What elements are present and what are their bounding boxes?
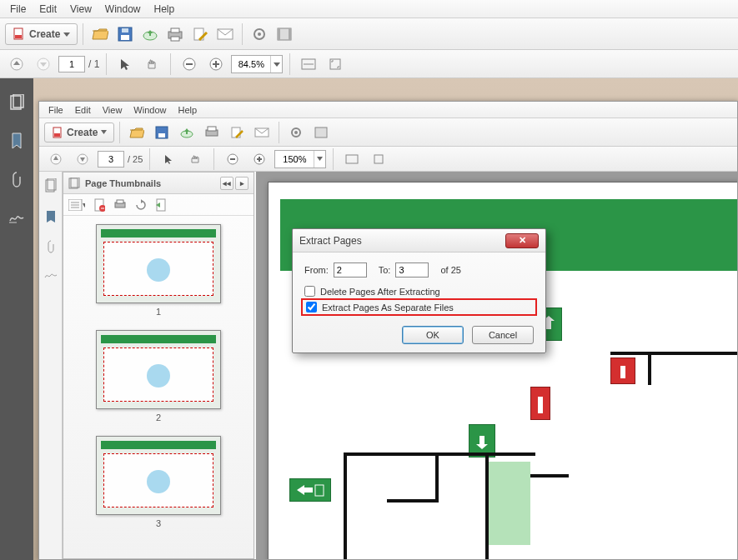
pages-panel-icon[interactable] (8, 93, 26, 112)
of-label: of 25 (440, 265, 460, 275)
menu-help[interactable]: Help (148, 2, 182, 17)
save-button[interactable] (113, 22, 137, 46)
menu-file[interactable]: File (3, 2, 33, 17)
thumbnail-item[interactable]: 3 (96, 436, 221, 528)
inner-attach-tab[interactable] (46, 240, 56, 253)
multimedia-button[interactable] (273, 22, 296, 46)
thumbnail-preview (96, 436, 221, 515)
inner-menu-window[interactable]: Window (128, 104, 172, 116)
hand-icon (145, 58, 158, 71)
select-tool[interactable] (113, 52, 137, 76)
thumbs-collapse-button[interactable]: ◂◂ (220, 177, 233, 190)
inner-open-button[interactable] (125, 121, 148, 144)
page-up-button[interactable] (5, 52, 28, 76)
inner-fit-width-button[interactable] (340, 148, 364, 171)
fire-extinguisher-icon (530, 387, 550, 420)
edit-button[interactable] (188, 22, 212, 46)
svg-point-49 (294, 131, 298, 134)
dialog-titlebar[interactable]: Extract Pages ✕ (293, 229, 545, 252)
settings-button[interactable] (248, 22, 271, 46)
thumbnail-item[interactable]: 1 (96, 224, 221, 317)
signatures-panel-icon[interactable] (8, 208, 26, 227)
menu-edit[interactable]: Edit (33, 2, 63, 17)
floppy-icon (118, 27, 133, 42)
arrow-down-icon (37, 58, 50, 71)
zoom-in-button[interactable] (204, 52, 228, 76)
mail-button[interactable] (213, 22, 237, 46)
inner-sign-tab[interactable] (44, 270, 58, 280)
separate-files-checkbox[interactable] (306, 302, 317, 312)
inner-create-button[interactable]: Create (44, 122, 114, 142)
thumbs-close-button[interactable]: ▸ (235, 177, 249, 190)
cancel-button[interactable]: Cancel (472, 326, 534, 344)
inner-menu-edit[interactable]: Edit (69, 104, 97, 116)
thumbnails-toolbar (63, 194, 254, 216)
inner-page-up-button[interactable] (44, 148, 68, 171)
page-down-button[interactable] (32, 52, 55, 76)
thumbs-extract-button[interactable] (155, 198, 167, 212)
thumbs-rotate-button[interactable] (135, 199, 147, 211)
plus-circle-icon (254, 153, 265, 165)
page-total: / 1 (88, 58, 99, 70)
menu-view[interactable]: View (63, 2, 98, 17)
inner-cloud-button[interactable] (175, 121, 198, 144)
inner-zoom-select[interactable] (274, 150, 326, 168)
inner-page-down-button[interactable] (71, 148, 94, 171)
inner-menu-help[interactable]: Help (172, 104, 203, 116)
thumbnail-label: 3 (96, 518, 221, 528)
svg-rect-91 (538, 397, 543, 413)
inner-nav-strip (39, 172, 63, 559)
zoom-select[interactable] (231, 55, 283, 73)
from-input[interactable] (334, 262, 367, 278)
delete-after-checkbox[interactable] (304, 286, 315, 297)
menu-window[interactable]: Window (98, 2, 148, 17)
svg-marker-38 (101, 130, 107, 134)
thumbnail-label: 1 (96, 307, 221, 317)
svg-rect-44 (208, 127, 216, 131)
ok-button[interactable]: OK (402, 326, 464, 344)
svg-marker-2 (63, 32, 70, 37)
create-button[interactable]: Create (5, 23, 78, 45)
inner-settings-button[interactable] (284, 121, 308, 144)
thumbs-print-button[interactable] (113, 199, 127, 211)
to-input[interactable] (395, 262, 429, 278)
fit-page-icon (373, 153, 384, 165)
inner-page-number-input[interactable] (98, 151, 124, 168)
inner-zoom-value[interactable] (275, 154, 314, 164)
inner-save-button[interactable] (150, 121, 173, 144)
inner-zoom-in-button[interactable] (248, 148, 271, 171)
cloud-button[interactable] (138, 22, 162, 46)
zoom-dropdown-icon[interactable] (270, 56, 282, 72)
zoom-out-button[interactable] (178, 52, 201, 76)
open-button[interactable] (88, 22, 112, 46)
bookmarks-panel-icon[interactable] (8, 132, 26, 150)
inner-menu-view[interactable]: View (97, 104, 128, 116)
fit-page-button[interactable] (324, 52, 347, 76)
fit-width-icon (301, 58, 316, 70)
page-number-input[interactable] (58, 56, 85, 72)
thumbs-options-button[interactable] (68, 199, 85, 211)
inner-zoom-out-button[interactable] (221, 148, 244, 171)
inner-fit-page-button[interactable] (367, 148, 390, 171)
thumbnail-item[interactable]: 2 (96, 330, 221, 422)
fit-width-button[interactable] (297, 52, 320, 76)
zoom-value[interactable] (232, 59, 270, 69)
outer-menu-bar: File Edit View Window Help (0, 0, 738, 18)
inner-mail-button[interactable] (250, 121, 274, 144)
attachments-panel-icon[interactable] (8, 170, 26, 188)
inner-multimedia-button[interactable] (309, 121, 333, 144)
hand-tool[interactable] (140, 52, 163, 76)
inner-menu-file[interactable]: File (43, 104, 69, 116)
thumbs-delete-button[interactable] (93, 198, 105, 212)
inner-thumbs-tab[interactable] (44, 178, 58, 193)
folder-open-icon (129, 126, 144, 139)
inner-bookmarks-tab[interactable] (46, 210, 56, 223)
print-button[interactable] (163, 22, 187, 46)
inner-print-button[interactable] (200, 121, 223, 144)
chevron-down-icon[interactable] (314, 151, 325, 168)
inner-edit-button[interactable] (225, 121, 249, 144)
inner-hand-tool[interactable] (183, 148, 207, 171)
dialog-close-button[interactable]: ✕ (505, 233, 539, 248)
inner-select-tool[interactable] (157, 148, 180, 171)
svg-rect-50 (315, 128, 327, 138)
